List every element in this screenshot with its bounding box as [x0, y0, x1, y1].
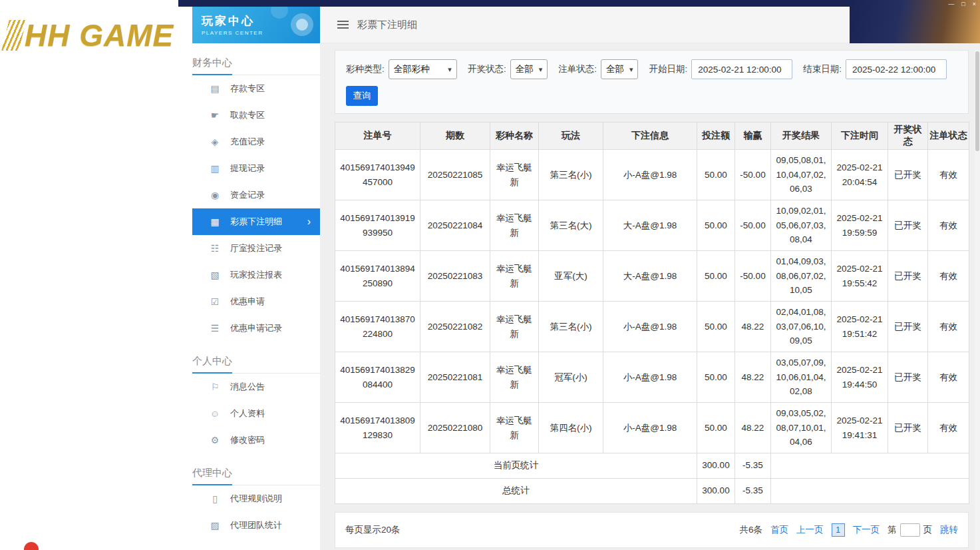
- cell-result: 09,03,05,02,08,07,10,01,04,06: [771, 403, 832, 453]
- cell-draw-status: 已开奖: [888, 200, 928, 251]
- sidebar-item-profile[interactable]: ☺个人资料: [192, 400, 320, 427]
- sidebar-item-player-bet-report[interactable]: ▧玩家投注报表: [192, 262, 320, 288]
- sidebar-item-label: 个人资料: [230, 408, 265, 419]
- cell-win-loss: 48.22: [735, 352, 771, 403]
- summary-label: 当前页统计: [335, 453, 697, 479]
- cell-bet-no: 401569174013829084400: [335, 352, 420, 403]
- sidebar-item-withdraw-zone[interactable]: ☛取款专区: [192, 102, 320, 129]
- cell-period: 20250221085: [420, 150, 490, 200]
- cell-bet-status: 有效: [928, 403, 969, 453]
- sidebar-item-label: 代理规则说明: [230, 493, 282, 505]
- start-date-label: 开始日期:: [649, 63, 687, 75]
- brand-logo: HH GAME: [5, 17, 174, 53]
- cell-win-loss: -50.00: [735, 150, 771, 200]
- first-page-link[interactable]: 首页: [770, 524, 788, 536]
- sidebar-item-withdraw-records[interactable]: ▥提现记录: [192, 155, 320, 182]
- cell-lottery: 幸运飞艇新: [490, 200, 539, 251]
- sidebar-item-label: 充值记录: [230, 136, 265, 148]
- cell-bet-no: 401569174013870224800: [335, 302, 420, 352]
- sidebar-item-recharge-records[interactable]: ◈充值记录: [192, 129, 320, 155]
- draw-status-select[interactable]: 全部 ▾: [510, 59, 548, 79]
- vertical-scrollbar[interactable]: [975, 50, 980, 550]
- sidebar-item-funds-records[interactable]: ◉资金记录: [192, 182, 320, 208]
- bet-status-value: 全部: [606, 63, 624, 75]
- password-gear-icon: ⚙: [210, 435, 220, 445]
- jump-link[interactable]: 跳转: [940, 524, 958, 536]
- cell-period: 20250221083: [420, 251, 490, 302]
- menu-toggle-icon[interactable]: [337, 21, 349, 29]
- cell-amount: 50.00: [697, 352, 735, 403]
- column-header: 期数: [420, 123, 490, 150]
- sidebar-item-promo-apply[interactable]: ☑优惠申请: [192, 288, 320, 315]
- summary-row-total: 总统计 300.00 -5.35: [335, 479, 969, 504]
- floating-badge[interactable]: [24, 542, 39, 550]
- page-title: 彩票下注明细: [357, 19, 417, 31]
- summary-amount: 300.00: [697, 479, 735, 504]
- chevron-down-icon: ▾: [539, 65, 543, 74]
- page-jump-input[interactable]: [900, 523, 920, 537]
- sidebar-item-lottery-bet-details[interactable]: ▦彩票下注明细›: [192, 208, 320, 235]
- query-button[interactable]: 查询: [346, 86, 378, 106]
- sidebar: 玩家中心 PLAYERS CENTER 财务中心▤存款专区☛取款专区◈充值记录▥…: [178, 7, 320, 550]
- lottery-bet-detail-icon: ▦: [210, 216, 220, 227]
- cell-bet-no: 401569174013949457000: [335, 150, 420, 200]
- cell-bet-status: 有效: [928, 352, 969, 403]
- funds-record-icon: ◉: [210, 190, 220, 200]
- column-header: 注单状态: [928, 123, 969, 150]
- page-size-text: 每页显示20条: [345, 524, 401, 536]
- sidebar-menu: 财务中心▤存款专区☛取款专区◈充值记录▥提现记录◉资金记录▦彩票下注明细›☷厅室…: [192, 57, 320, 539]
- chevron-down-icon: ▾: [448, 65, 452, 74]
- next-page-link[interactable]: 下一页: [853, 524, 880, 536]
- table-row: 40156917401391993995020250221084幸运飞艇新第三名…: [335, 200, 969, 251]
- sidebar-item-label: 消息公告: [230, 381, 265, 393]
- chevron-down-icon: ▾: [629, 65, 633, 74]
- total-count-text: 共6条: [739, 524, 762, 536]
- cell-lottery: 幸运飞艇新: [490, 150, 539, 200]
- cell-win-loss: -50.00: [735, 200, 771, 251]
- end-date-input[interactable]: [846, 59, 947, 79]
- close-icon[interactable]: ×: [973, 1, 976, 7]
- table-row: 40156917401389425089020250221083幸运飞艇新亚军(…: [335, 251, 969, 302]
- sidebar-item-promo-apply-records[interactable]: ☰优惠申请记录: [192, 315, 320, 342]
- cell-bet-info: 小-A盘@1.98: [603, 150, 697, 200]
- cell-lottery: 幸运飞艇新: [490, 302, 539, 352]
- cell-period: 20250221082: [420, 302, 490, 352]
- cell-bet-time: 2025-02-21 19:55:42: [832, 251, 888, 302]
- scrollbar-thumb[interactable]: [975, 51, 979, 151]
- sidebar-item-change-password[interactable]: ⚙修改密码: [192, 427, 320, 453]
- sidebar-header: 玩家中心 PLAYERS CENTER: [192, 7, 320, 43]
- sidebar-item-agent-rules[interactable]: ▯代理规则说明: [192, 485, 320, 512]
- sidebar-item-announcements[interactable]: ⚐消息公告: [192, 374, 320, 400]
- summary-amount: 300.00: [697, 453, 735, 479]
- sidebar-item-label: 取款专区: [230, 109, 265, 121]
- lottery-type-select[interactable]: 全部彩种 ▾: [389, 59, 457, 79]
- start-date-input[interactable]: [691, 59, 792, 79]
- sidebar-section-title: 代理中心: [192, 467, 320, 485]
- sidebar-item-hall-bet-records[interactable]: ☷厅室投注记录: [192, 235, 320, 262]
- bet-status-select[interactable]: 全部 ▾: [601, 59, 639, 79]
- current-page-button[interactable]: 1: [832, 523, 845, 537]
- sidebar-item-label: 代理团队统计: [230, 519, 282, 531]
- sidebar-section-title: 财务中心: [192, 57, 320, 75]
- column-header: 下注时间: [832, 123, 888, 150]
- minimize-icon[interactable]: —: [948, 1, 954, 7]
- logo-pane: HH GAME: [0, 0, 178, 550]
- sidebar-item-label: 优惠申请记录: [230, 322, 282, 334]
- maximize-icon[interactable]: □: [961, 1, 965, 7]
- sidebar-item-label: 存款专区: [230, 83, 265, 95]
- sidebar-item-agent-team-stats[interactable]: ▨代理团队统计: [192, 512, 320, 539]
- cell-bet-no: 401569174013809129830: [335, 403, 420, 453]
- cell-bet-no: 401569174013919939950: [335, 200, 420, 251]
- bet-status-label: 注单状态:: [558, 63, 597, 75]
- cell-bet-info: 小-A盘@1.98: [603, 352, 697, 403]
- cell-play: 第三名(小): [539, 150, 603, 200]
- column-header: 投注额: [697, 123, 735, 150]
- sidebar-item-deposit-zone[interactable]: ▤存款专区: [192, 75, 320, 102]
- column-header: 下注信息: [603, 123, 697, 150]
- sidebar-item-label: 修改密码: [230, 434, 265, 446]
- prev-page-link[interactable]: 上一页: [796, 524, 824, 536]
- sidebar-item-label: 玩家投注报表: [230, 269, 282, 281]
- cell-bet-time: 2025-02-21 20:04:54: [832, 150, 888, 200]
- hall-bet-record-icon: ☷: [210, 243, 220, 254]
- table-row: 40156917401387022480020250221082幸运飞艇新第三名…: [335, 302, 969, 352]
